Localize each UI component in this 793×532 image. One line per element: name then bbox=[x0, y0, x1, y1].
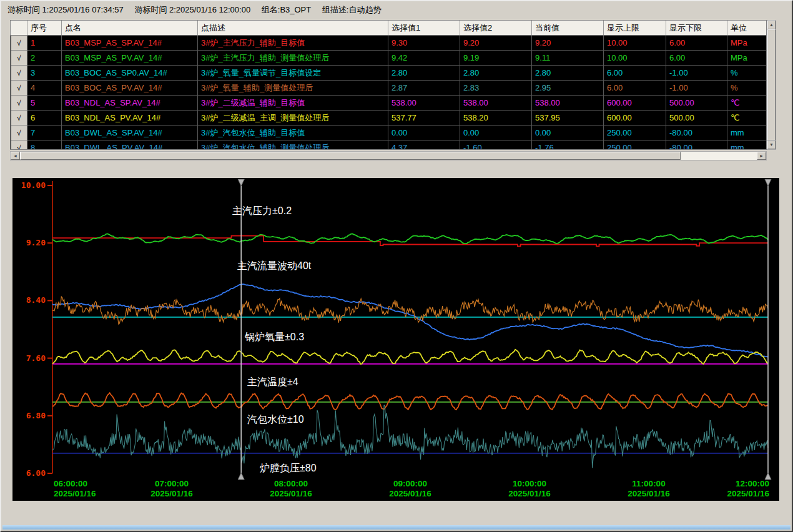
table-vertical-scrollbar[interactable]: ▲ ▼ bbox=[767, 20, 776, 150]
row-checkbox[interactable]: √ bbox=[11, 36, 27, 51]
row-checkbox[interactable]: √ bbox=[11, 81, 27, 96]
x-tick-date: 2025/01/16 bbox=[508, 489, 551, 498]
cursor2-time: 游标时间 2:2025/01/16 12:00:00 bbox=[134, 5, 250, 14]
horizontal-scroll-thumb[interactable] bbox=[20, 152, 681, 160]
trend-plot[interactable]: 10.009.208.407.606.806.0006:00:002025/01… bbox=[12, 178, 779, 501]
cell-selected-value1: 9.42 bbox=[388, 51, 460, 66]
group-desc-label: 组描述: bbox=[322, 5, 349, 14]
group-name: 组名:B3_OPT bbox=[262, 5, 311, 14]
col-header-2[interactable]: 点名 bbox=[62, 21, 198, 36]
row-checkbox[interactable]: √ bbox=[11, 126, 27, 140]
cell-seq: 1 bbox=[27, 36, 62, 51]
vertical-scroll-thumb[interactable] bbox=[767, 29, 776, 140]
row-checkbox[interactable]: √ bbox=[11, 96, 27, 111]
cell-selected-value1: 2.87 bbox=[388, 81, 460, 96]
row-checkbox[interactable]: √ bbox=[11, 51, 27, 66]
y-tick-label: 8.40 bbox=[26, 295, 46, 305]
col-header-6[interactable]: 当前值 bbox=[532, 21, 604, 36]
table-horizontal-scrollbar[interactable]: ◄ ► bbox=[10, 151, 767, 160]
cell-display-lower-limit: 6.00 bbox=[666, 51, 727, 66]
col-header-7[interactable]: 显示上限 bbox=[604, 21, 666, 36]
cell-selected-value1: 0.00 bbox=[388, 126, 460, 140]
cell-unit: mm bbox=[727, 126, 767, 140]
cell-display-upper-limit: 600.00 bbox=[604, 111, 666, 126]
table-row[interactable]: √ 7 B03_DWL_AS_SP.AV_14# 3#炉_汽包水位_辅助_目标值… bbox=[11, 126, 767, 140]
col-header-9[interactable]: 单位 bbox=[727, 21, 767, 36]
cursor-2-top-handle[interactable] bbox=[765, 179, 771, 186]
col-header-8[interactable]: 显示下限 bbox=[666, 21, 727, 36]
cell-selected-value2: 0.00 bbox=[460, 126, 532, 140]
col-header-0[interactable] bbox=[11, 21, 27, 36]
row-checkbox[interactable]: √ bbox=[11, 111, 27, 126]
cell-display-lower-limit: 6.00 bbox=[666, 36, 727, 51]
group-desc-value: 自动趋势 bbox=[348, 5, 381, 14]
table-row[interactable]: √ 5 B03_NDL_AS_SP.AV_14# 3#炉_二级减温_辅助_目标值… bbox=[11, 96, 767, 111]
y-tick-label: 6.00 bbox=[26, 468, 46, 478]
col-header-3[interactable]: 点描述 bbox=[198, 21, 388, 36]
series-oxygen-pv bbox=[52, 297, 768, 324]
cell-point-desc: 3#炉_氧量_辅助_测量值处理后 bbox=[198, 81, 388, 96]
cell-current-value: -1.76 bbox=[532, 140, 604, 150]
x-tick-date: 2025/01/16 bbox=[389, 489, 431, 498]
cell-seq: 5 bbox=[27, 96, 62, 111]
points-table: 序号点名点描述选择值1选择值2当前值显示上限显示下限单位 √ 1 B03_MSP… bbox=[10, 20, 767, 150]
col-header-4[interactable]: 选择值1 bbox=[388, 21, 460, 36]
scroll-down-icon[interactable]: ▼ bbox=[767, 140, 776, 149]
cell-selected-value2: -1.60 bbox=[460, 140, 532, 150]
cursor1-time: 游标时间 1:2025/01/16 07:34:57 bbox=[7, 5, 124, 14]
curve-annotation: 锅炉氧量±0.3 bbox=[244, 332, 304, 342]
col-header-5[interactable]: 选择值2 bbox=[460, 21, 532, 36]
curve-annotation: 炉膛负压±80 bbox=[260, 463, 317, 473]
cell-point-name: B03_MSP_AS_SP.AV_14# bbox=[62, 36, 198, 51]
x-tick-time: 10:00:00 bbox=[513, 479, 546, 488]
cell-display-upper-limit: 600.00 bbox=[604, 96, 666, 111]
row-checkbox[interactable]: √ bbox=[11, 66, 27, 81]
group-label: 组名: bbox=[262, 5, 280, 14]
series-main-steam-temp-pv bbox=[52, 393, 768, 410]
cell-unit: mm bbox=[727, 140, 767, 150]
curve-annotation: 主汽流量波动40t bbox=[237, 260, 312, 271]
cell-display-upper-limit: 250.00 bbox=[604, 126, 666, 140]
table-row[interactable]: √ 6 B03_NDL_AS_PV.AV_14# 3#炉_二级减温_主调_测量值… bbox=[11, 111, 767, 126]
x-tick-time: 06:00:00 bbox=[54, 479, 87, 488]
cell-point-name: B03_NDL_AS_SP.AV_14# bbox=[62, 96, 198, 111]
cell-display-upper-limit: 6.00 bbox=[604, 66, 666, 81]
cell-display-lower-limit: -80.00 bbox=[666, 126, 727, 140]
table-row[interactable]: √ 2 B03_MSP_AS_PV.AV_14# 3#炉_主汽压力_辅助_测量值… bbox=[11, 51, 767, 66]
cell-seq: 7 bbox=[27, 126, 62, 140]
row-checkbox[interactable]: √ bbox=[11, 140, 27, 150]
series-main-steam-pressure-pv bbox=[52, 234, 768, 244]
curve-annotation: 汽包水位±10 bbox=[247, 414, 304, 425]
x-tick-time: 11:00:00 bbox=[632, 479, 665, 488]
cell-display-upper-limit: 10.00 bbox=[604, 36, 666, 51]
cell-point-name: B03_MSP_AS_PV.AV_14# bbox=[62, 51, 198, 66]
cell-point-name: B03_BOC_AS_SP0.AV_14# bbox=[62, 66, 198, 81]
cell-seq: 6 bbox=[27, 111, 62, 126]
x-tick-date: 2025/01/16 bbox=[150, 489, 193, 498]
col-header-1[interactable]: 序号 bbox=[27, 21, 62, 36]
cell-selected-value2: 9.19 bbox=[460, 51, 532, 66]
group-value: B3_OPT bbox=[280, 5, 311, 14]
table-row[interactable]: √ 1 B03_MSP_AS_SP.AV_14# 3#炉_主汽压力_辅助_目标值… bbox=[11, 36, 767, 51]
cell-selected-value1: 9.30 bbox=[388, 36, 460, 51]
table-row[interactable]: √ 8 B03_DWL_AS_PV.AV_14# 3#炉_汽包水位_辅助_测量值… bbox=[11, 140, 767, 150]
cell-current-value: 537.95 bbox=[532, 111, 604, 126]
scroll-left-icon[interactable]: ◄ bbox=[11, 152, 20, 160]
cell-selected-value2: 2.80 bbox=[460, 66, 532, 81]
cell-seq: 2 bbox=[27, 51, 62, 66]
cell-seq: 3 bbox=[27, 66, 62, 81]
cell-selected-value1: 4.37 bbox=[388, 140, 460, 150]
cursor-2-bottom-handle[interactable] bbox=[765, 473, 771, 480]
table-row[interactable]: √ 3 B03_BOC_AS_SP0.AV_14# 3#炉_氧量_氧量调节_目标… bbox=[11, 66, 767, 81]
trend-chart[interactable]: 10.009.208.407.606.806.0006:00:002025/01… bbox=[12, 178, 779, 501]
cursor-1-bottom-handle[interactable] bbox=[238, 473, 244, 480]
x-tick-time: 12:00:00 bbox=[736, 479, 769, 488]
table-header-row: 序号点名点描述选择值1选择值2当前值显示上限显示下限单位 bbox=[11, 21, 767, 36]
scroll-up-icon[interactable]: ▲ bbox=[767, 21, 776, 29]
scroll-right-icon[interactable]: ► bbox=[757, 152, 766, 160]
cell-point-desc: 3#炉_氧量_氧量调节_目标值设定 bbox=[198, 66, 388, 81]
x-tick-date: 2025/01/16 bbox=[628, 489, 670, 498]
table-row[interactable]: √ 4 B03_BOC_AS_PV.AV_14# 3#炉_氧量_辅助_测量值处理… bbox=[11, 81, 767, 96]
cursor-1-top-handle[interactable] bbox=[238, 179, 244, 186]
cell-current-value: 9.20 bbox=[532, 36, 604, 51]
